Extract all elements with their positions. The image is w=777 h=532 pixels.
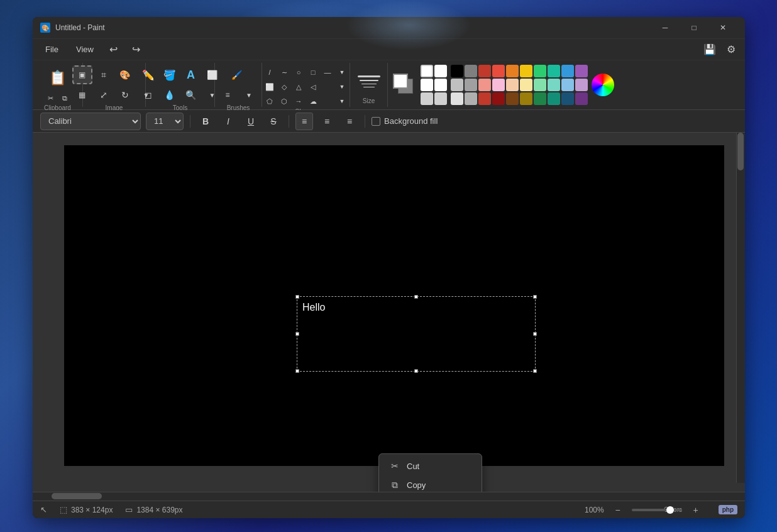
zoom-plus-button[interactable]: + [686, 501, 706, 519]
rect-shape[interactable]: □ [306, 65, 320, 79]
color-adjust-button[interactable]: 🎨 [115, 65, 135, 84]
swatch-yellow[interactable] [520, 65, 532, 77]
line-shape[interactable]: / [263, 65, 277, 79]
italic-button[interactable]: I [219, 113, 237, 130]
swatch-darkpurple[interactable] [575, 92, 588, 105]
swatch-green[interactable] [534, 65, 546, 77]
triangle-shape[interactable]: △ [292, 80, 306, 94]
zoom-thumb[interactable] [666, 506, 674, 514]
swatch-lightgreen[interactable] [534, 79, 546, 91]
swatch-darkred[interactable] [478, 92, 491, 105]
outline-chevron[interactable]: ▼ [335, 94, 349, 108]
menu-file[interactable]: File [38, 42, 66, 57]
color-wheel[interactable] [592, 74, 614, 96]
font-size-select[interactable]: 11 [146, 113, 184, 130]
align-center-button[interactable]: ≡ [318, 113, 336, 130]
swatch-silver[interactable] [451, 79, 463, 91]
redo-button[interactable]: ↪ [126, 40, 146, 59]
background-fill-label[interactable]: Background fill [372, 116, 438, 126]
swatch-pink[interactable] [478, 79, 491, 91]
swatch-darkgray[interactable] [465, 65, 477, 77]
color-gray-2[interactable] [434, 92, 447, 105]
resize-handle-topleft[interactable] [295, 295, 299, 299]
resize-handle-topright[interactable] [533, 295, 537, 299]
magnify-button[interactable]: 🔍 [181, 86, 201, 104]
underline-button[interactable]: U [242, 113, 260, 130]
swatch-peach[interactable] [506, 79, 519, 91]
swatch-black[interactable] [451, 65, 463, 77]
rotate-button[interactable]: ↻ [115, 86, 135, 104]
close-button[interactable]: ✕ [708, 17, 737, 38]
vertical-scrollbar[interactable] [736, 133, 745, 483]
color-white-2[interactable] [434, 65, 447, 77]
crop-button[interactable]: ⌗ [94, 65, 114, 84]
swatch-red[interactable] [478, 65, 491, 77]
swatch-brown[interactable] [506, 92, 519, 105]
resize-button[interactable]: ⤢ [94, 86, 114, 104]
rect2-shape[interactable]: ⬜ [263, 80, 277, 94]
resize-handle-left[interactable] [295, 332, 299, 336]
paint-canvas[interactable]: Hello ✂ Cut ⧉ Copy [64, 145, 724, 466]
brush-button[interactable]: 🖌️ [218, 65, 255, 84]
swatch-darkteal[interactable] [548, 92, 560, 105]
cloud-shape[interactable]: ☁ [306, 94, 320, 108]
arrow-shape[interactable]: → [292, 94, 306, 108]
brush-size-button[interactable]: ≡ [218, 86, 238, 104]
color-white-4[interactable] [434, 79, 447, 91]
stroke-btn[interactable]: — [321, 65, 334, 79]
select-tool-button[interactable]: ▣ [72, 65, 92, 84]
horizontal-scroll-thumb[interactable] [52, 493, 102, 499]
bold-button[interactable]: B [197, 113, 214, 130]
shapes-chevron[interactable]: ▼ [335, 65, 349, 79]
swatch-purple[interactable] [575, 65, 588, 77]
outline-btn[interactable] [321, 94, 334, 108]
swatch-lightblue[interactable] [561, 79, 574, 91]
fill-chevron[interactable]: ▼ [335, 80, 349, 94]
swatch-orange[interactable] [506, 65, 519, 77]
swatch-maroon[interactable] [492, 92, 505, 105]
oval-shape[interactable]: ○ [292, 65, 306, 79]
color-gray-1[interactable] [421, 92, 433, 105]
color-white-1[interactable] [421, 65, 433, 77]
swatch-lightyellow[interactable] [520, 79, 532, 91]
align-left-button[interactable]: ≡ [295, 113, 313, 130]
paste-button[interactable]: 📋 [45, 65, 70, 91]
select2-button[interactable]: ▦ [72, 86, 92, 104]
menu-view[interactable]: View [69, 42, 101, 57]
brush-chevron[interactable]: ▼ [239, 86, 259, 104]
fill-button[interactable]: 🪣 [160, 65, 180, 84]
save-button[interactable]: 💾 [700, 40, 720, 59]
rtriangle-shape[interactable]: ◁ [306, 80, 320, 94]
context-cut[interactable]: ✂ Cut [379, 457, 482, 475]
cut-button[interactable]: ✂ [45, 92, 57, 104]
resize-handle-bottomright[interactable] [533, 369, 537, 373]
pencil-button[interactable]: ✏️ [138, 65, 158, 84]
swatch-darkyellow[interactable] [520, 92, 532, 105]
resize-handle-bottom[interactable] [414, 369, 418, 373]
swatch-darkgreen[interactable] [534, 92, 546, 105]
pentagon-shape[interactable]: ⬠ [263, 94, 277, 108]
swatch-blue[interactable] [561, 65, 574, 77]
undo-button[interactable]: ↩ [104, 40, 124, 59]
eraser2-button[interactable]: ◻ [138, 86, 158, 104]
swatch-gray3[interactable] [465, 92, 477, 105]
swatch-teal[interactable] [548, 65, 560, 77]
diamond-shape[interactable]: ◇ [277, 80, 291, 94]
align-right-button[interactable]: ≡ [341, 113, 358, 130]
resize-handle-top[interactable] [414, 295, 418, 299]
minimize-button[interactable]: ─ [651, 17, 680, 38]
swatch-darkblue[interactable] [561, 92, 574, 105]
copy-button[interactable]: ⧉ [58, 92, 71, 104]
resize-handle-bottomleft[interactable] [295, 369, 299, 373]
resize-handle-right[interactable] [533, 332, 537, 336]
background-fill-checkbox[interactable] [372, 117, 380, 126]
context-copy[interactable]: ⧉ Copy [379, 475, 482, 492]
curve-shape[interactable]: ∼ [277, 65, 291, 79]
font-name-select[interactable]: Calibri [40, 113, 141, 130]
swatch-lightteal[interactable] [548, 79, 560, 91]
swatch-lightgray[interactable] [451, 92, 463, 105]
vertical-scroll-thumb[interactable] [737, 133, 744, 170]
zoom-minus-button[interactable]: − [608, 501, 628, 519]
swatch-lavender[interactable] [575, 79, 588, 91]
zoom-slider[interactable] [632, 509, 682, 511]
